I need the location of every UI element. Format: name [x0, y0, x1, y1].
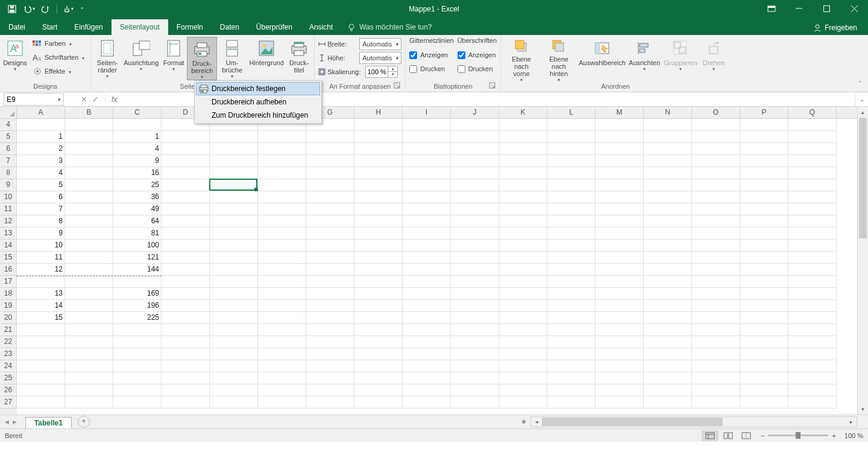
cell[interactable]: 9	[17, 227, 65, 240]
selection-pane-button[interactable]: Auswahlbereich	[577, 37, 627, 80]
cell[interactable]	[499, 119, 547, 131]
cell[interactable]	[258, 384, 306, 396]
cell[interactable]	[258, 252, 306, 264]
cell[interactable]: 64	[113, 215, 162, 227]
cell[interactable]	[451, 276, 499, 288]
cell[interactable]	[788, 372, 837, 384]
scale-launcher[interactable]	[394, 82, 402, 91]
row-header[interactable]: 25	[0, 372, 17, 384]
cell[interactable]	[258, 215, 306, 227]
cell[interactable]	[451, 384, 499, 396]
background-button[interactable]: Hintergrund	[247, 37, 286, 80]
cell[interactable]	[65, 288, 113, 300]
cell[interactable]	[499, 179, 547, 191]
cell[interactable]	[162, 372, 210, 384]
cell[interactable]	[644, 348, 692, 360]
cell[interactable]	[740, 155, 788, 167]
gridlines-print-checkbox[interactable]: Drucken	[409, 62, 453, 75]
cell[interactable]	[499, 312, 547, 324]
cell[interactable]	[740, 240, 788, 252]
cell[interactable]	[306, 276, 354, 288]
cell[interactable]	[354, 288, 403, 300]
cell[interactable]	[210, 384, 258, 396]
tab-ueberpruefen[interactable]: Überprüfen	[248, 19, 301, 35]
cell[interactable]	[499, 167, 547, 179]
cell[interactable]	[258, 143, 306, 155]
cell[interactable]	[210, 252, 258, 264]
cancel-formula-button[interactable]: ✕	[81, 95, 87, 104]
cell[interactable]	[113, 324, 162, 336]
cell[interactable]	[210, 396, 258, 409]
cell[interactable]	[547, 155, 596, 167]
cell[interactable]	[644, 215, 692, 227]
cell[interactable]	[596, 227, 644, 240]
column-header[interactable]: P	[740, 107, 788, 118]
cell[interactable]	[547, 167, 596, 179]
cell[interactable]	[354, 143, 403, 155]
colors-button[interactable]: Farben	[30, 37, 87, 50]
row-header[interactable]: 5	[0, 131, 17, 143]
cell[interactable]	[596, 155, 644, 167]
cell[interactable]	[258, 312, 306, 324]
cell[interactable]	[210, 324, 258, 336]
cell[interactable]	[306, 143, 354, 155]
name-box[interactable]: E9▾	[4, 93, 64, 106]
cell[interactable]: 3	[17, 155, 65, 167]
align-button[interactable]: Ausrichten	[627, 37, 662, 80]
cell[interactable]	[644, 155, 692, 167]
cell[interactable]: 4	[113, 143, 162, 155]
cell[interactable]: 6	[17, 191, 65, 203]
cell[interactable]	[740, 179, 788, 191]
cell[interactable]	[451, 252, 499, 264]
tab-seitenlayout[interactable]: Seitenlayout	[112, 19, 168, 35]
cell[interactable]	[65, 276, 113, 288]
cell[interactable]	[692, 131, 740, 143]
cell[interactable]	[499, 384, 547, 396]
cell[interactable]	[306, 348, 354, 360]
tab-formeln[interactable]: Formeln	[168, 19, 212, 35]
cell[interactable]	[740, 252, 788, 264]
cell[interactable]	[547, 288, 596, 300]
cell[interactable]	[499, 396, 547, 409]
cell[interactable]	[596, 131, 644, 143]
cell[interactable]	[547, 396, 596, 409]
cell[interactable]	[451, 348, 499, 360]
cell[interactable]	[65, 191, 113, 203]
cell[interactable]	[354, 119, 403, 131]
expand-formula-bar-button[interactable]: ⌄	[855, 92, 868, 107]
cell[interactable]	[65, 348, 113, 360]
effects-button[interactable]: Effekte	[30, 65, 87, 78]
cell[interactable]	[17, 119, 65, 131]
cell[interactable]	[65, 155, 113, 167]
save-button[interactable]	[5, 2, 19, 16]
cell[interactable]	[644, 324, 692, 336]
cell[interactable]	[740, 264, 788, 276]
cell[interactable]	[692, 360, 740, 372]
add-to-print-area-item[interactable]: Zum Druckbereich hinzufügen	[196, 109, 320, 122]
cell[interactable]	[65, 372, 113, 384]
cell[interactable]	[692, 119, 740, 131]
zoom-slider[interactable]	[768, 434, 828, 436]
cell[interactable]	[596, 264, 644, 276]
cell[interactable]	[547, 203, 596, 215]
cell[interactable]	[354, 131, 403, 143]
cell[interactable]	[65, 384, 113, 396]
cell[interactable]	[596, 167, 644, 179]
cell[interactable]	[306, 288, 354, 300]
cell[interactable]	[547, 131, 596, 143]
cell[interactable]	[644, 288, 692, 300]
cell[interactable]	[644, 384, 692, 396]
cell[interactable]	[499, 348, 547, 360]
cell[interactable]	[403, 252, 451, 264]
zoom-in-button[interactable]: +	[832, 432, 835, 439]
cell[interactable]	[596, 324, 644, 336]
cell[interactable]	[644, 143, 692, 155]
cell[interactable]	[499, 300, 547, 312]
tab-ansicht[interactable]: Ansicht	[301, 19, 341, 35]
row-header[interactable]: 23	[0, 348, 17, 360]
cell[interactable]	[788, 276, 837, 288]
cell[interactable]	[499, 360, 547, 372]
cell[interactable]	[306, 179, 354, 191]
cell[interactable]	[306, 396, 354, 409]
row-header[interactable]: 27	[0, 396, 17, 409]
